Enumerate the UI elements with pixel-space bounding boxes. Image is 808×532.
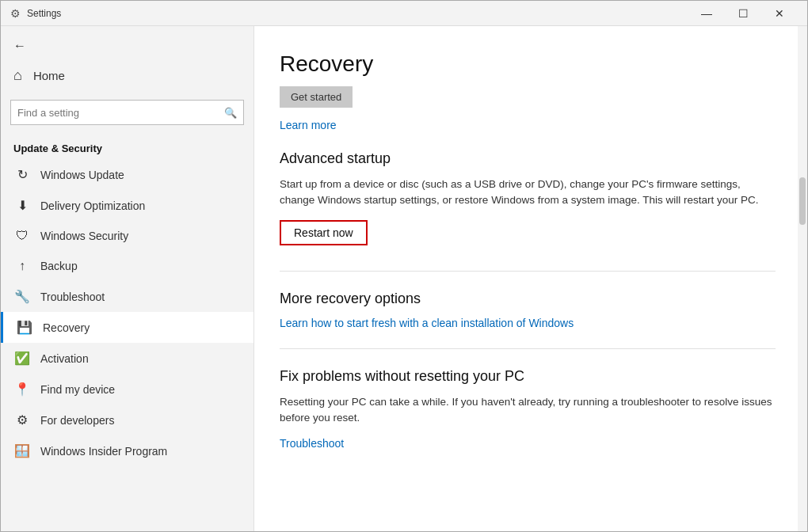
home-icon: ⌂ [13,67,22,84]
scrollbar-track[interactable] [798,26,807,531]
clean-install-link[interactable]: Learn how to start fresh with a clean in… [280,317,574,329]
delivery-icon: ⬇ [13,198,31,213]
content-area: ← ⌂ Home 🔍 Update & Security ↻ Windows U… [1,26,807,531]
page-title: Recovery [280,51,776,77]
sidebar-item-recovery[interactable]: 💾 Recovery [1,312,253,343]
window-controls: — ☐ ✕ [688,1,798,26]
recovery-icon: 💾 [16,320,33,335]
fix-problems-heading: Fix problems without resetting your PC [280,368,776,385]
sidebar-item-for-developers[interactable]: ⚙ For developers [1,405,253,435]
shield-icon: 🛡 [13,229,31,243]
sidebar-item-label: For developers [40,414,114,427]
advanced-startup-heading: Advanced startup [280,150,776,167]
sidebar-item-backup[interactable]: ↑ Backup [1,251,253,281]
sidebar-item-label: Windows Update [40,169,124,181]
scrollbar-thumb[interactable] [799,177,806,225]
sidebar-item-label: Delivery Optimization [40,200,145,212]
close-button[interactable]: ✕ [761,1,798,26]
advanced-startup-desc: Start up from a device or disc (such as … [280,177,776,209]
sidebar-item-label: Windows Insider Program [40,445,167,458]
home-nav-item[interactable]: ⌂ Home [1,59,253,92]
settings-window: ⚙ Settings — ☐ ✕ ← ⌂ Home 🔍 Update & S [0,0,808,532]
fix-problems-desc: Resetting your PC can take a while. If y… [280,394,776,427]
sidebar-item-troubleshoot[interactable]: 🔧 Troubleshoot [1,281,253,312]
insider-icon: 🪟 [13,443,31,458]
window-title: Settings [27,8,688,19]
home-label: Home [33,69,65,82]
update-icon: ↻ [13,167,31,182]
sidebar-item-label: Recovery [43,321,90,334]
get-started-button[interactable]: Get started [280,86,353,108]
maximize-button[interactable]: ☐ [725,1,761,26]
sidebar-item-delivery-optimization[interactable]: ⬇ Delivery Optimization [1,190,253,221]
back-icon: ← [13,39,26,53]
troubleshoot-link[interactable]: Troubleshoot [280,437,776,450]
sidebar-item-windows-update[interactable]: ↻ Windows Update [1,159,253,190]
back-button[interactable]: ← [1,26,253,59]
minimize-button[interactable]: — [688,1,725,26]
sidebar-item-windows-insider[interactable]: 🪟 Windows Insider Program [1,435,253,466]
sidebar-item-activation[interactable]: ✅ Activation [1,343,253,374]
troubleshoot-icon: 🔧 [13,289,31,304]
divider-2 [280,348,776,349]
sidebar-item-label: Troubleshoot [40,291,105,303]
learn-more-link[interactable]: Learn more [280,119,776,131]
sidebar-item-label: Backup [40,260,78,272]
sidebar-item-label: Find my device [40,383,115,396]
activation-icon: ✅ [13,351,31,366]
restart-now-button[interactable]: Restart now [280,220,368,245]
divider-1 [280,271,776,272]
app-icon: ⚙ [10,7,21,20]
search-icon: 🔍 [224,107,237,119]
main-content: Recovery Get started Learn more Advanced… [254,26,807,531]
sidebar-item-label: Windows Security [40,230,128,242]
more-options-heading: More recovery options [280,291,776,307]
find-device-icon: 📍 [13,382,31,397]
sidebar: ← ⌂ Home 🔍 Update & Security ↻ Windows U… [1,26,254,531]
developers-icon: ⚙ [13,412,31,428]
search-box: 🔍 [10,100,244,125]
sidebar-item-label: Activation [40,352,89,365]
sidebar-item-find-my-device[interactable]: 📍 Find my device [1,374,253,405]
title-bar: ⚙ Settings — ☐ ✕ [1,1,807,26]
sidebar-section-title: Update & Security [1,133,253,159]
backup-icon: ↑ [13,259,31,273]
sidebar-item-windows-security[interactable]: 🛡 Windows Security [1,221,253,251]
search-input[interactable] [17,107,224,119]
